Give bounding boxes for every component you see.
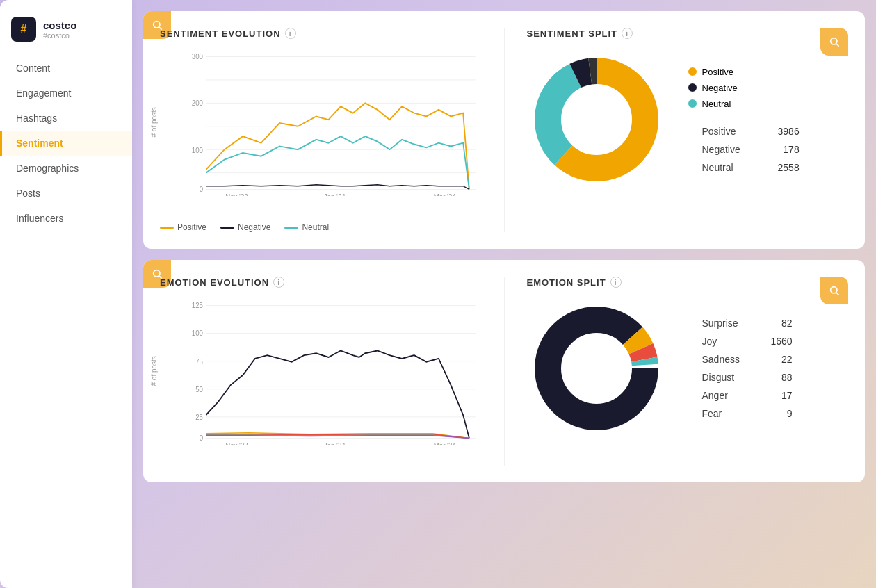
stat-sadness-label: Sadness (702, 354, 740, 365)
emotion-stats: Surprise 82 Joy 1660 Sadness 22 Disgus (702, 318, 793, 419)
sidebar-item-content[interactable]: Content (0, 56, 132, 81)
stat-disgust: Disgust 88 (702, 372, 793, 383)
stat-anger-value: 17 (781, 390, 793, 401)
brand-logo: # (11, 17, 36, 42)
emotion-evolution-info[interactable]: i (273, 277, 284, 288)
stat-surprise-label: Surprise (702, 318, 738, 329)
svg-text:Jan '24: Jan '24 (324, 193, 346, 196)
svg-point-46 (562, 334, 631, 403)
stat-neutral: Neutral 2558 (702, 162, 800, 173)
svg-text:50: 50 (195, 385, 203, 393)
emotion-card: EMOTION EVOLUTION i # of posts 125 (143, 260, 865, 482)
legend-positive-label: Positive (177, 222, 206, 232)
svg-line-17 (836, 44, 839, 47)
brand-header: # costco #costco (0, 11, 132, 56)
sentiment-evolution-info[interactable]: i (285, 28, 296, 39)
svg-text:Mar '24: Mar '24 (434, 441, 456, 445)
emotion-split-section: EMOTION SPLIT i (527, 277, 849, 466)
emotion-evolution-chart: # of posts 125 100 75 50 (160, 299, 482, 466)
sentiment-split-title: SENTIMENT SPLIT i (527, 28, 849, 39)
svg-text:Jan '24: Jan '24 (324, 441, 346, 445)
donut-neutral-dot (688, 99, 697, 108)
stat-fear-label: Fear (702, 408, 722, 419)
sentiment-split-section: SENTIMENT SPLIT i (527, 28, 849, 232)
stat-joy: Joy 1660 (702, 336, 793, 347)
sentiment-evolution-title: SENTIMENT EVOLUTION i (160, 28, 482, 39)
sidebar-item-influencers[interactable]: Influencers (0, 206, 132, 231)
emotion-split-info[interactable]: i (610, 277, 622, 288)
sidebar: # costco #costco Content Engagement Hash… (0, 0, 132, 588)
donut-negative-dot (688, 83, 697, 92)
legend-neutral: Neutral (284, 222, 329, 232)
stat-anger: Anger 17 (702, 390, 793, 401)
svg-text:75: 75 (195, 357, 203, 365)
svg-text:Nov '23: Nov '23 (225, 193, 248, 196)
brand-name: costco (43, 19, 76, 31)
stat-fear-value: 9 (787, 408, 793, 419)
sentiment-split-content: Positive Negative Neutral (527, 50, 849, 189)
stat-negative-label: Negative (702, 144, 740, 155)
stat-negative: Negative 178 (702, 144, 800, 155)
svg-point-0 (154, 22, 160, 28)
stat-negative-value: 178 (783, 144, 799, 155)
sentiment-stats: Positive 3986 Negative 178 Neutral 2558 (702, 126, 800, 173)
svg-text:Nov '23: Nov '23 (225, 441, 248, 445)
main-content: SENTIMENT EVOLUTION i # of posts (132, 0, 876, 588)
sidebar-item-engagement[interactable]: Engagement (0, 81, 132, 106)
svg-point-23 (154, 270, 160, 277)
stat-fear: Fear 9 (702, 408, 793, 419)
sentiment-donut-svg (527, 50, 666, 189)
emotion-evolution-title: EMOTION EVOLUTION i (160, 277, 482, 288)
stat-sadness: Sadness 22 (702, 354, 793, 365)
emotion-split-search[interactable] (820, 277, 848, 304)
stat-neutral-label: Neutral (702, 162, 733, 173)
emotion-split-title: EMOTION SPLIT i (527, 277, 849, 288)
sentiment-split-search[interactable] (820, 28, 848, 56)
sidebar-item-hashtags[interactable]: Hashtags (0, 106, 132, 131)
stat-joy-value: 1660 (770, 336, 792, 347)
y-axis-label: # of posts (150, 107, 158, 137)
legend-positive: Positive (160, 222, 206, 232)
svg-point-22 (562, 85, 631, 154)
card-divider-2 (504, 277, 505, 466)
svg-point-16 (831, 38, 837, 44)
sentiment-evolution-section: SENTIMENT EVOLUTION i # of posts (160, 28, 482, 232)
emotion-donut-svg (527, 299, 666, 438)
card-divider-1 (504, 28, 505, 232)
legend-neutral-color (284, 227, 298, 229)
svg-text:Mar '24: Mar '24 (434, 193, 456, 196)
sidebar-item-demographics[interactable]: Demographics (0, 156, 132, 181)
sentiment-split-info[interactable]: i (622, 28, 633, 39)
emotion-split-content: Surprise 82 Joy 1660 Sadness 22 Disgus (527, 299, 849, 438)
stat-anger-label: Anger (702, 390, 728, 401)
svg-line-41 (836, 293, 839, 295)
stat-positive: Positive 3986 (702, 126, 800, 137)
stat-surprise: Surprise 82 (702, 318, 793, 329)
stat-positive-label: Positive (702, 126, 736, 137)
svg-text:0: 0 (200, 434, 204, 442)
legend-item-positive: Positive (688, 67, 800, 77)
svg-text:200: 200 (192, 99, 203, 107)
sidebar-item-sentiment[interactable]: Sentiment (0, 131, 132, 156)
svg-text:0: 0 (200, 186, 204, 193)
stat-sadness-value: 22 (781, 354, 793, 365)
sentiment-evolution-legend: Positive Negative Neutral (160, 222, 482, 232)
legend-negative-color (220, 227, 234, 229)
donut-positive-dot (688, 67, 697, 76)
sentiment-evolution-chart: # of posts 300 200 100 0 (160, 50, 482, 217)
brand-handle: #costco (43, 31, 76, 40)
sentiment-line-chart: 300 200 100 0 Nov '23 Jan '24 Mar '24 (188, 50, 482, 196)
sentiment-donut (527, 50, 666, 189)
emotion-y-axis-label: # of posts (150, 356, 158, 386)
sidebar-item-posts[interactable]: Posts (0, 181, 132, 206)
donut-positive-label: Positive (702, 67, 734, 77)
stat-neutral-value: 2558 (778, 162, 800, 173)
emotion-line-chart: 125 100 75 50 25 0 Nov '23 Jan '24 Mar '… (188, 299, 482, 445)
svg-text:125: 125 (192, 302, 203, 309)
stat-disgust-value: 88 (781, 372, 793, 383)
legend-item-negative: Negative (688, 83, 800, 93)
stat-joy-label: Joy (702, 336, 717, 347)
legend-item-neutral: Neutral (688, 99, 800, 109)
sentiment-card: SENTIMENT EVOLUTION i # of posts (143, 11, 865, 249)
emotion-donut (527, 299, 666, 438)
